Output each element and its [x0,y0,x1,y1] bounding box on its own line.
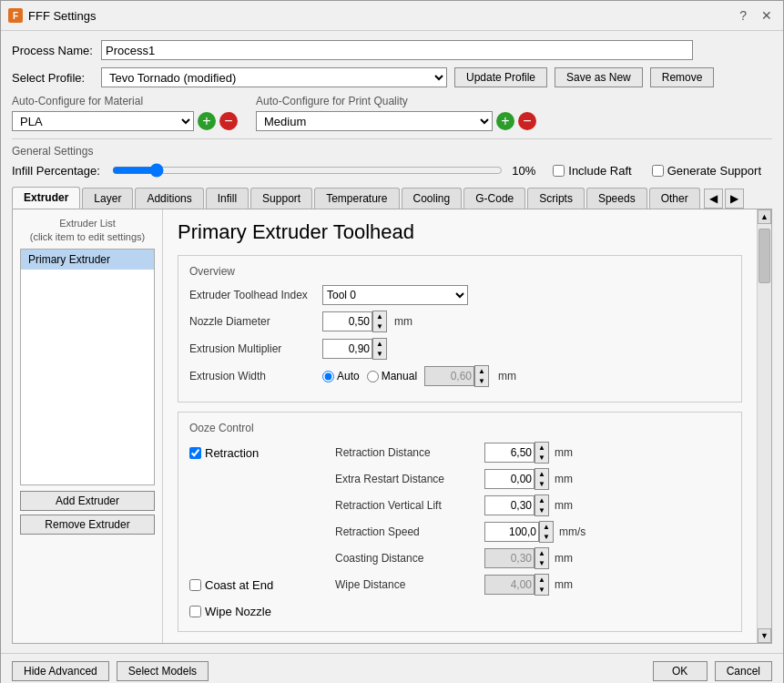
coast-at-end-checkbox[interactable] [189,579,201,591]
extrusion-width-input[interactable] [424,366,474,386]
retraction-speed-up[interactable]: ▲ [540,522,553,532]
cancel-button[interactable]: Cancel [715,661,772,681]
extra-restart-down[interactable]: ▼ [535,479,548,489]
ok-button[interactable]: OK [653,661,708,681]
retraction-vertical-up[interactable]: ▲ [535,495,548,505]
ooze-checkboxes: Retraction Coast at End [189,442,335,622]
tab-speeds[interactable]: Speeds [586,188,647,209]
window-title: FFF Settings [28,9,96,23]
retraction-speed-row: Retraction Speed ▲ ▼ mm/s [335,521,585,543]
tab-support[interactable]: Support [250,188,312,209]
hide-advanced-button[interactable]: Hide Advanced [12,661,109,681]
bottom-right: OK Cancel [653,661,772,681]
nozzle-diameter-spin: ▲ ▼ [322,311,387,332]
nozzle-diameter-down[interactable]: ▼ [373,321,386,331]
auto-config-material-inner: PLA + − [12,111,238,131]
retraction-distance-down[interactable]: ▼ [535,453,548,463]
add-material-button[interactable]: + [198,112,216,130]
wipe-nozzle-checkbox[interactable] [189,606,201,617]
retraction-vertical-input[interactable] [484,495,535,515]
quality-select[interactable]: Medium [256,111,493,131]
extrusion-width-row: Extrusion Width Auto Manual [189,365,730,387]
tab-infill[interactable]: Infill [206,188,249,209]
toolhead-index-select[interactable]: Tool 0 [322,285,468,305]
add-extruder-button[interactable]: Add Extruder [20,491,155,511]
wipe-distance-row: Wipe Distance ▲ ▼ mm [335,574,585,596]
infill-slider-container [112,161,503,179]
bottom-left: Hide Advanced Select Models [12,661,209,681]
overview-label: Overview [189,265,730,278]
scrollbar: ▲ ▼ [757,209,771,643]
extra-restart-up[interactable]: ▲ [535,469,548,479]
tab-additions[interactable]: Additions [135,188,203,209]
extrusion-width-up[interactable]: ▲ [475,366,488,376]
tab-prev-button[interactable]: ◀ [704,189,723,209]
remove-quality-button[interactable]: − [518,112,536,130]
extra-restart-input[interactable] [484,469,535,489]
update-profile-button[interactable]: Update Profile [454,67,547,87]
tab-extruder[interactable]: Extruder [12,187,80,209]
extruder-sidebar: Extruder List (click item to edit settin… [13,209,163,643]
help-button[interactable]: ? [736,6,750,25]
retraction-speed-input[interactable] [484,522,539,542]
save-as-new-button[interactable]: Save as New [555,67,643,87]
spacer4 [189,547,335,569]
tab-next-button[interactable]: ▶ [725,189,744,209]
tab-scripts[interactable]: Scripts [527,188,585,209]
extrusion-width-manual-radio[interactable] [367,371,379,382]
infill-percentage: 10% [512,164,544,178]
tab-temperature[interactable]: Temperature [314,188,399,209]
coast-at-end-label: Coast at End [205,578,273,592]
close-button[interactable]: ✕ [758,6,776,25]
profile-select[interactable]: Tevo Tornado (modified) [101,67,447,87]
scrollbar-up[interactable]: ▲ [758,209,771,224]
remove-extruder-button[interactable]: Remove Extruder [20,515,155,535]
extrusion-multiplier-down[interactable]: ▼ [373,349,386,359]
nozzle-diameter-input[interactable] [322,311,372,331]
retraction-distance-up[interactable]: ▲ [535,443,548,453]
tab-layer[interactable]: Layer [82,188,133,209]
auto-config-material-label: Auto-Configure for Material [12,95,238,107]
retraction-vertical-down[interactable]: ▼ [535,505,548,515]
extrusion-width-spin: ▲ ▼ [424,365,489,387]
infill-slider[interactable] [112,163,503,178]
scrollbar-thumb[interactable] [759,229,770,283]
extruder-item-primary[interactable]: Primary Extruder [21,250,154,270]
add-quality-button[interactable]: + [496,112,514,130]
nozzle-diameter-up[interactable]: ▲ [373,311,386,321]
ooze-content: Retraction Coast at End [189,442,730,622]
coasting-distance-down[interactable]: ▼ [535,558,548,568]
extrusion-width-down[interactable]: ▼ [475,376,488,386]
coasting-distance-input[interactable] [484,548,535,568]
retraction-checkbox[interactable] [189,447,201,459]
remove-material-button[interactable]: − [219,112,238,130]
extruder-main-panel: Primary Extruder Toolhead Overview Extru… [163,209,757,643]
ooze-control-section: Ooze Control Retraction [178,412,742,632]
tab-cooling[interactable]: Cooling [402,188,463,209]
remove-button[interactable]: Remove [650,67,715,87]
infill-label: Infill Percentage: [12,164,103,178]
retraction-speed-down[interactable]: ▼ [540,532,553,542]
coasting-distance-up[interactable]: ▲ [535,548,548,558]
extruder-sidebar-header: Extruder List (click item to edit settin… [20,217,155,245]
tab-other[interactable]: Other [649,188,700,209]
retraction-distance-input[interactable] [484,443,535,463]
extrusion-multiplier-up[interactable]: ▲ [373,339,386,349]
select-models-button[interactable]: Select Models [117,661,209,681]
material-select[interactable]: PLA [12,111,194,131]
toolhead-index-label: Extruder Toolhead Index [189,289,317,301]
tab-gcode[interactable]: G-Code [463,188,525,209]
process-name-row: Process Name: [12,40,772,60]
main-window: F FFF Settings ? ✕ Process Name: Select … [0,0,784,683]
wipe-distance-up[interactable]: ▲ [535,575,548,585]
process-name-input[interactable] [101,40,693,60]
include-raft-checkbox[interactable] [553,165,565,177]
panel-title: Primary Extruder Toolhead [178,220,742,244]
generate-support-checkbox[interactable] [652,165,664,177]
scrollbar-down[interactable]: ▼ [758,628,771,643]
wipe-distance-input[interactable] [484,575,535,595]
extra-restart-unit: mm [555,473,573,485]
wipe-distance-down[interactable]: ▼ [535,585,548,595]
extrusion-multiplier-input[interactable] [322,339,372,359]
extrusion-width-auto-radio[interactable] [322,371,334,382]
